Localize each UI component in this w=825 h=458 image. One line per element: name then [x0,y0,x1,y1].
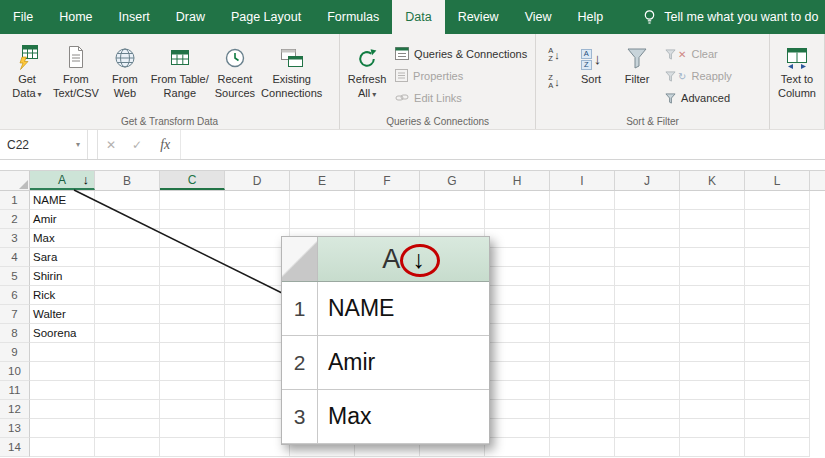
cell-h5[interactable] [485,267,550,286]
cell-a7[interactable]: Walter [30,305,95,324]
cell-c3[interactable] [160,229,225,248]
cell-c2[interactable] [160,210,225,229]
row-header-10[interactable]: 10 [0,362,30,381]
cell-j12[interactable] [615,400,680,419]
cell-k3[interactable] [680,229,745,248]
cell-k12[interactable] [680,400,745,419]
cell-h8[interactable] [485,324,550,343]
cell-h9[interactable] [485,343,550,362]
reapply-filter-button[interactable]: ↻ Reapply [660,65,737,87]
cell-j4[interactable] [615,248,680,267]
cell-h10[interactable] [485,362,550,381]
row-header-3[interactable]: 3 [0,229,30,248]
cell-a5[interactable]: Shirin [30,267,95,286]
row-header-11[interactable]: 11 [0,381,30,400]
cell-k10[interactable] [680,362,745,381]
cell-j3[interactable] [615,229,680,248]
cell-h1[interactable] [485,191,550,210]
cell-b5[interactable] [95,267,160,286]
tab-page-layout[interactable]: Page Layout [218,0,314,34]
column-header-b[interactable]: B [95,171,160,190]
cell-i10[interactable] [550,362,615,381]
cell-i5[interactable] [550,267,615,286]
cell-i9[interactable] [550,343,615,362]
sort-descending-button[interactable]: ZA ↓ [540,70,568,94]
cell-l2[interactable] [745,210,810,229]
queries-connections-button[interactable]: Queries & Connections [390,43,532,65]
tab-insert[interactable]: Insert [106,0,163,34]
cell-c9[interactable] [160,343,225,362]
cell-j11[interactable] [615,381,680,400]
cell-j9[interactable] [615,343,680,362]
cell-k1[interactable] [680,191,745,210]
cell-l5[interactable] [745,267,810,286]
sort-button[interactable]: AZ ↓ Sort [568,37,614,87]
cell-i1[interactable] [550,191,615,210]
cell-b2[interactable] [95,210,160,229]
column-header-l[interactable]: L [745,171,810,190]
cell-l3[interactable] [745,229,810,248]
cell-a13[interactable] [30,419,95,438]
refresh-all-button[interactable]: Refresh All▾ [344,37,390,101]
tab-view[interactable]: View [512,0,565,34]
cell-j5[interactable] [615,267,680,286]
column-header-g[interactable]: G [420,171,485,190]
row-header-2[interactable]: 2 [0,210,30,229]
column-header-c[interactable]: C [160,171,225,190]
cell-j1[interactable] [615,191,680,210]
cell-c14[interactable] [160,438,225,457]
cell-h7[interactable] [485,305,550,324]
cell-d2[interactable] [225,210,290,229]
cell-a10[interactable] [30,362,95,381]
cell-b11[interactable] [95,381,160,400]
from-table-range-button[interactable]: From Table/ Range [148,37,212,101]
cell-l10[interactable] [745,362,810,381]
cell-h11[interactable] [485,381,550,400]
cell-i13[interactable] [550,419,615,438]
cell-i3[interactable] [550,229,615,248]
tab-data[interactable]: Data [392,0,444,34]
cell-i14[interactable] [550,438,615,457]
cell-i2[interactable] [550,210,615,229]
cell-l11[interactable] [745,381,810,400]
cell-h2[interactable] [485,210,550,229]
cell-i12[interactable] [550,400,615,419]
cell-h13[interactable] [485,419,550,438]
cell-e2[interactable] [290,210,355,229]
cell-l12[interactable] [745,400,810,419]
cell-l13[interactable] [745,419,810,438]
cell-b12[interactable] [95,400,160,419]
column-header-h[interactable]: H [485,171,550,190]
cell-k4[interactable] [680,248,745,267]
column-header-i[interactable]: I [550,171,615,190]
row-header-12[interactable]: 12 [0,400,30,419]
cell-l14[interactable] [745,438,810,457]
cell-h4[interactable] [485,248,550,267]
properties-button[interactable]: Properties [390,65,532,87]
cell-k14[interactable] [680,438,745,457]
cell-c10[interactable] [160,362,225,381]
recent-sources-button[interactable]: Recent Sources [212,37,258,101]
tab-draw[interactable]: Draw [163,0,218,34]
cell-b7[interactable] [95,305,160,324]
cell-l7[interactable] [745,305,810,324]
row-header-13[interactable]: 13 [0,419,30,438]
cell-e1[interactable] [290,191,355,210]
cell-k6[interactable] [680,286,745,305]
cell-j13[interactable] [615,419,680,438]
cell-l1[interactable] [745,191,810,210]
cell-c13[interactable] [160,419,225,438]
tab-file[interactable]: File [0,0,46,34]
cell-c7[interactable] [160,305,225,324]
cell-l8[interactable] [745,324,810,343]
cell-b9[interactable] [95,343,160,362]
cell-j14[interactable] [615,438,680,457]
cell-i11[interactable] [550,381,615,400]
cell-k8[interactable] [680,324,745,343]
cell-j6[interactable] [615,286,680,305]
cell-i7[interactable] [550,305,615,324]
tab-help[interactable]: Help [565,0,617,34]
cell-j2[interactable] [615,210,680,229]
text-to-columns-button[interactable]: Text to Column [774,37,820,101]
cell-b14[interactable] [95,438,160,457]
